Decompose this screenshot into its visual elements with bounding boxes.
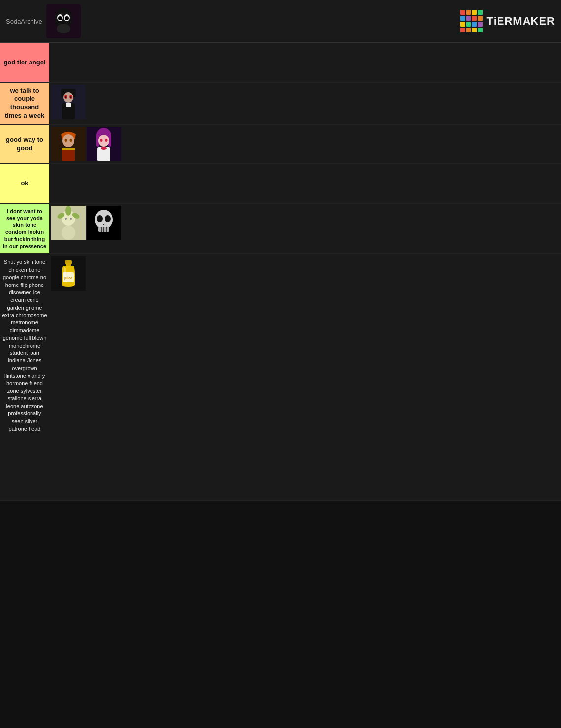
tiermaker-logo-text: TiERMAKER xyxy=(487,15,555,28)
svg-point-4 xyxy=(58,16,62,20)
svg-rect-16 xyxy=(66,103,71,107)
svg-point-5 xyxy=(65,16,69,20)
tier-label-a: we talk to couple thousand times a week xyxy=(0,83,49,124)
svg-point-29 xyxy=(105,139,108,142)
svg-point-43 xyxy=(105,215,111,222)
svg-rect-50 xyxy=(66,263,71,266)
svg-point-18 xyxy=(62,134,74,147)
list-item xyxy=(87,206,121,240)
tier-label-c: ok xyxy=(0,164,49,203)
svg-rect-53 xyxy=(64,267,66,277)
tier-row-c: ok xyxy=(0,164,561,204)
header-avatar xyxy=(46,4,81,38)
svg-point-28 xyxy=(100,139,103,142)
tier-content-c xyxy=(49,164,561,203)
logo-grid xyxy=(460,10,483,32)
tier-row-s: god tier angel xyxy=(0,43,561,83)
svg-point-37 xyxy=(65,218,67,220)
list-item xyxy=(51,206,86,240)
list-item xyxy=(51,85,86,119)
svg-point-19 xyxy=(65,139,67,142)
tier-content-a xyxy=(49,83,561,124)
tier-content-b xyxy=(49,125,561,163)
tier-label-d: I dont want to see your yoda skin tone c… xyxy=(0,204,49,254)
page-title: SodaArchive xyxy=(6,18,42,25)
svg-point-38 xyxy=(70,218,72,220)
svg-point-42 xyxy=(97,215,103,222)
svg-point-13 xyxy=(65,96,67,98)
tier-content-d xyxy=(49,204,561,254)
svg-point-14 xyxy=(70,96,72,98)
tier-row-d: I dont want to see your yoda skin tone c… xyxy=(0,204,561,255)
svg-point-39 xyxy=(62,226,75,240)
tier-label-s: god tier angel xyxy=(0,43,49,82)
tier-content-f: juice xyxy=(49,254,561,500)
svg-point-36 xyxy=(65,206,71,216)
svg-point-31 xyxy=(101,147,107,150)
list-item xyxy=(87,127,121,161)
svg-point-20 xyxy=(70,139,72,142)
tier-content-s xyxy=(49,43,561,82)
tier-row-a: we talk to couple thousand times a week xyxy=(0,83,561,125)
svg-rect-21 xyxy=(62,148,75,161)
header: SodaArchive xyxy=(0,0,561,43)
list-item xyxy=(51,127,86,161)
svg-point-27 xyxy=(98,135,109,147)
tier-list: god tier angel we talk to couple thousan… xyxy=(0,43,561,501)
tier-label-b: good way to good xyxy=(0,125,49,163)
tier-row-f: Shut yo skin tone chicken bone google ch… xyxy=(0,254,561,501)
list-item: juice xyxy=(51,256,86,291)
tier-label-f: Shut yo skin tone chicken bone google ch… xyxy=(0,254,49,500)
svg-point-6 xyxy=(57,24,70,33)
svg-rect-22 xyxy=(62,148,75,150)
tiermaker-logo: TiERMAKER xyxy=(460,10,555,32)
header-left: SodaArchive xyxy=(6,4,81,38)
tier-row-b: good way to good xyxy=(0,125,561,164)
